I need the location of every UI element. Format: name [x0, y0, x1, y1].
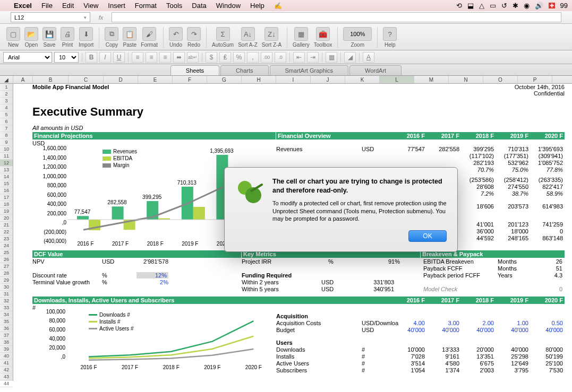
- paste-button[interactable]: 📋Paste: [121, 27, 139, 48]
- row-header-1[interactable]: 1: [0, 84, 13, 91]
- row-header-20[interactable]: 20: [0, 215, 13, 222]
- col-header-K[interactable]: K: [345, 76, 380, 83]
- italic-button[interactable]: I: [99, 52, 111, 63]
- col-header-M[interactable]: M: [414, 76, 449, 83]
- menu-file[interactable]: File: [41, 2, 53, 10]
- fx-icon[interactable]: fx: [96, 14, 106, 21]
- dec-decimal-button[interactable]: .0: [275, 52, 286, 63]
- row-header-14[interactable]: 14: [0, 173, 13, 180]
- menu-insert[interactable]: Insert: [108, 2, 125, 10]
- row-header-44[interactable]: 44: [0, 380, 13, 387]
- align-center-button[interactable]: ≡: [146, 52, 157, 63]
- bold-button[interactable]: B: [86, 52, 97, 63]
- col-header-D[interactable]: D: [104, 76, 138, 83]
- indent-right-button[interactable]: ⇥: [307, 52, 319, 63]
- name-box[interactable]: L12 ▾: [11, 12, 90, 22]
- menu-edit[interactable]: Edit: [62, 2, 74, 10]
- col-header-G[interactable]: G: [207, 76, 242, 83]
- row-header-15[interactable]: 15: [0, 180, 13, 187]
- menu-window[interactable]: Window: [216, 2, 241, 10]
- menu-view[interactable]: View: [83, 2, 98, 10]
- col-header-H[interactable]: H: [242, 76, 276, 83]
- text-color-button[interactable]: A: [363, 52, 374, 63]
- import-button[interactable]: ⬇Import: [76, 27, 96, 48]
- open-button[interactable]: 📂Open: [22, 27, 40, 48]
- new-button[interactable]: ▢New: [4, 27, 22, 48]
- row-header-21[interactable]: 21: [0, 222, 13, 229]
- copy-button[interactable]: ⧉Copy: [103, 27, 121, 48]
- row-header-34[interactable]: 34: [0, 311, 13, 318]
- sort-z-a-button[interactable]: Z↓Sort Z-A: [260, 27, 284, 48]
- inc-decimal-button[interactable]: .00: [261, 52, 272, 63]
- menu-format[interactable]: Format: [135, 2, 157, 10]
- tab-wordart[interactable]: WordArt: [349, 65, 402, 75]
- row-header-5[interactable]: 5: [0, 111, 13, 118]
- tab-charts[interactable]: Charts: [220, 65, 268, 75]
- row-header-39[interactable]: 39: [0, 346, 13, 353]
- volume-icon[interactable]: 🔊: [535, 2, 543, 10]
- font-size-select[interactable]: 10: [54, 52, 79, 63]
- display-icon[interactable]: ▭: [490, 2, 496, 10]
- comma-button[interactable]: ,: [247, 52, 259, 63]
- row-header-13[interactable]: 13: [0, 167, 13, 173]
- tab-smartart[interactable]: SmartArt Graphics: [270, 65, 348, 75]
- zoom-button[interactable]: 100%Zoom: [341, 27, 374, 48]
- gallery-button[interactable]: ▦Gallery: [291, 27, 312, 48]
- col-header-L[interactable]: L: [380, 76, 414, 83]
- flag-icon[interactable]: ✚: [549, 3, 555, 8]
- row-header-33[interactable]: 33: [0, 304, 13, 311]
- font-name-select[interactable]: Arial: [3, 52, 52, 63]
- row-header-35[interactable]: 35: [0, 318, 13, 325]
- row-header-22[interactable]: 22: [0, 229, 13, 236]
- wrap-button[interactable]: ab↵: [187, 52, 199, 63]
- save-button[interactable]: 💾Save: [40, 27, 58, 48]
- row-header-6[interactable]: 6: [0, 118, 13, 125]
- row-header-25[interactable]: 25: [0, 249, 13, 256]
- row-header-40[interactable]: 40: [0, 353, 13, 360]
- redo-button[interactable]: ↷Redo: [185, 27, 203, 48]
- sync-icon[interactable]: ⟲: [456, 2, 462, 10]
- app-name[interactable]: Excel: [14, 2, 32, 10]
- align-right-button[interactable]: ≡: [159, 52, 171, 63]
- drive-icon[interactable]: △: [479, 2, 484, 10]
- row-header-7[interactable]: 7: [0, 125, 13, 132]
- row-header-31[interactable]: 31: [0, 291, 13, 298]
- row-header-9[interactable]: 9: [0, 139, 13, 146]
- row-header-32[interactable]: 32: [0, 298, 13, 304]
- dropbox-icon[interactable]: ⬓: [467, 2, 474, 10]
- bluetooth-icon[interactable]: ✱: [513, 2, 518, 10]
- namebox-dropdown-icon[interactable]: ▾: [84, 15, 87, 20]
- row-header-4[interactable]: 4: [0, 104, 13, 111]
- col-header-C[interactable]: C: [69, 76, 104, 83]
- row-header-41[interactable]: 41: [0, 360, 13, 367]
- format-button[interactable]: 🖌Format: [139, 27, 160, 48]
- row-header-42[interactable]: 42: [0, 367, 13, 373]
- formula-input[interactable]: [112, 12, 561, 22]
- row-header-28[interactable]: 28: [0, 270, 13, 277]
- help-button[interactable]: ?Help: [381, 27, 399, 48]
- row-header-37[interactable]: 37: [0, 332, 13, 339]
- col-header-E[interactable]: E: [138, 76, 173, 83]
- script-icon[interactable]: ✍: [274, 2, 282, 10]
- row-header-10[interactable]: 10: [0, 146, 13, 153]
- row-header-16[interactable]: 16: [0, 187, 13, 194]
- row-header-11[interactable]: 11: [0, 153, 13, 160]
- row-header-12[interactable]: 12: [0, 160, 13, 167]
- row-header-3[interactable]: 3: [0, 98, 13, 104]
- menu-tools[interactable]: Tools: [166, 2, 182, 10]
- row-header-29[interactable]: 29: [0, 277, 13, 284]
- col-header-A[interactable]: A: [13, 76, 33, 83]
- tab-sheets[interactable]: Sheets: [170, 65, 219, 75]
- menu-help[interactable]: Help: [250, 2, 264, 10]
- print-button[interactable]: 🖨Print: [58, 27, 76, 48]
- row-header-27[interactable]: 27: [0, 263, 13, 270]
- col-header-N[interactable]: N: [449, 76, 483, 83]
- clock-icon[interactable]: ↺: [501, 2, 507, 10]
- col-header-B[interactable]: B: [33, 76, 69, 83]
- row-header-2[interactable]: 2: [0, 91, 13, 98]
- row-header-18[interactable]: 18: [0, 201, 13, 208]
- autosum-button[interactable]: ΣAutoSum: [210, 27, 236, 48]
- currency-button[interactable]: $: [206, 52, 217, 63]
- row-header-8[interactable]: 8: [0, 132, 13, 139]
- row-header-30[interactable]: 30: [0, 284, 13, 291]
